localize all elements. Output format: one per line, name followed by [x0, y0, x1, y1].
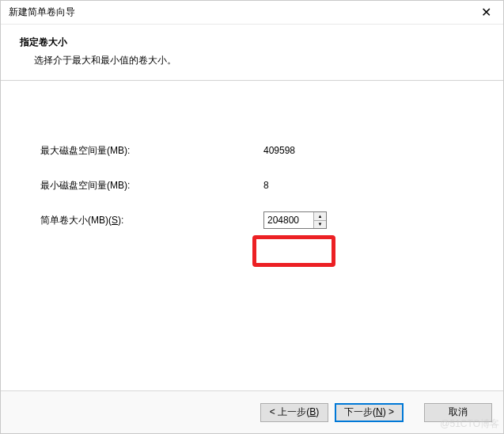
chevron-up-icon: ▲: [318, 214, 323, 219]
page-title: 指定卷大小: [20, 36, 489, 49]
wizard-window: 新建简单卷向导 ✕ 指定卷大小 选择介于最大和最小值的卷大小。 最大磁盘空间量(…: [0, 0, 504, 434]
content-area: 最大磁盘空间量(MB): 409598 最小磁盘空间量(MB): 8 简单卷大小…: [1, 81, 503, 390]
titlebar: 新建简单卷向导 ✕: [1, 1, 503, 25]
close-button[interactable]: ✕: [468, 1, 503, 25]
cancel-button[interactable]: 取消: [424, 403, 492, 422]
row-volume-size: 简单卷大小(MB)(S): ▲ ▼: [40, 211, 489, 229]
row-min-space: 最小磁盘空间量(MB): 8: [40, 177, 489, 194]
volume-size-input[interactable]: [264, 212, 313, 228]
next-label-pre: 下一步(: [344, 406, 376, 417]
wizard-header: 指定卷大小 选择介于最大和最小值的卷大小。: [1, 25, 503, 81]
spinner-down-button[interactable]: ▼: [314, 221, 326, 229]
next-button[interactable]: 下一步(N) >: [335, 403, 404, 422]
max-space-value: 409598: [263, 145, 295, 156]
close-icon: ✕: [481, 5, 491, 20]
spinner-up-button[interactable]: ▲: [314, 212, 326, 221]
volume-size-control: ▲ ▼: [263, 211, 327, 229]
back-button[interactable]: < 上一步(B): [260, 403, 328, 422]
max-space-label: 最大磁盘空间量(MB):: [40, 144, 263, 158]
volume-size-label: 简单卷大小(MB)(S):: [40, 214, 263, 227]
chevron-down-icon: ▼: [318, 222, 323, 227]
back-label-pre: < 上一步(: [270, 406, 309, 417]
min-space-label: 最小磁盘空间量(MB):: [40, 179, 263, 192]
wizard-footer: < 上一步(B) 下一步(N) > 取消: [1, 390, 503, 433]
spinner-buttons: ▲ ▼: [313, 212, 326, 228]
next-hotkey: N: [376, 406, 383, 417]
next-label-post: ) >: [383, 406, 394, 417]
volume-size-label-post: ):: [118, 215, 123, 226]
back-hotkey: B: [309, 406, 316, 417]
volume-size-label-pre: 简单卷大小(MB)(: [40, 215, 112, 226]
volume-size-spinner: ▲ ▼: [263, 211, 327, 229]
row-max-space: 最大磁盘空间量(MB): 409598: [40, 142, 489, 159]
back-label-post: ): [316, 406, 319, 417]
window-title: 新建简单卷向导: [9, 6, 75, 19]
page-subtitle: 选择介于最大和最小值的卷大小。: [20, 54, 489, 67]
min-space-value: 8: [263, 180, 269, 191]
volume-size-hotkey: S: [112, 215, 118, 226]
highlight-box: [252, 235, 335, 267]
